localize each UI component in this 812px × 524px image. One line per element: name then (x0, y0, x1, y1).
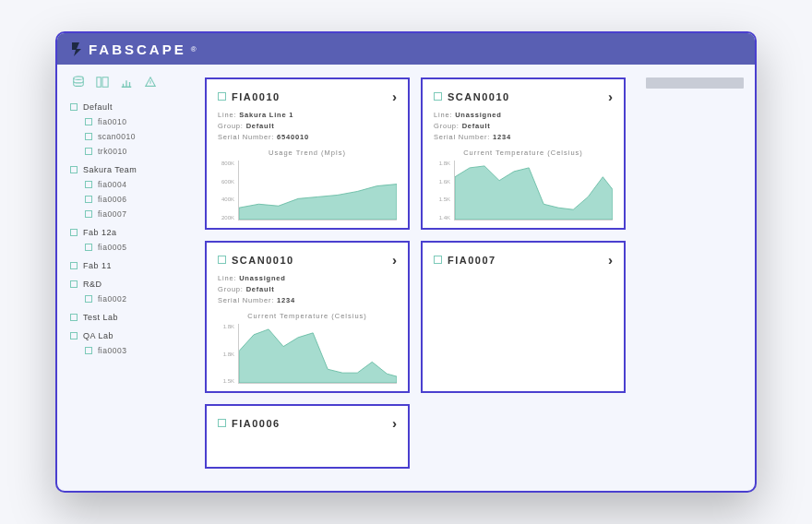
panels-icon[interactable] (96, 76, 109, 89)
tree-item[interactable]: fia0006 (70, 192, 188, 207)
checkbox-icon[interactable] (85, 181, 92, 188)
device-card[interactable]: FIA0006› (205, 404, 410, 469)
checkbox-icon[interactable] (85, 148, 92, 155)
checkbox-icon[interactable] (85, 347, 92, 354)
tree-item[interactable]: fia0002 (70, 292, 188, 306)
svg-rect-1 (97, 77, 101, 88)
chevron-right-icon[interactable]: › (392, 89, 397, 104)
card-header: FIA0007› (434, 252, 613, 268)
tree-item[interactable]: fia0010 (70, 114, 188, 129)
checkbox-icon[interactable] (70, 332, 78, 339)
y-tick: 600K (218, 179, 234, 185)
tree-item[interactable]: fia0005 (70, 240, 188, 255)
checkbox-icon[interactable] (434, 256, 442, 264)
checkbox-icon[interactable] (85, 244, 92, 251)
checkbox-icon[interactable] (70, 262, 78, 269)
brand-name: FABSCAPE (89, 42, 186, 57)
svg-rect-2 (102, 77, 108, 88)
checkbox-icon[interactable] (85, 133, 92, 140)
chevron-right-icon[interactable]: › (608, 89, 613, 104)
y-tick: 1.5K (218, 378, 234, 384)
svg-point-0 (74, 77, 84, 80)
card-meta: Line: UnassignedGroup: DefaultSerial Num… (434, 110, 613, 143)
checkbox-icon[interactable] (70, 166, 78, 173)
checkbox-icon[interactable] (85, 196, 92, 203)
tree-item-label: fia0003 (98, 346, 126, 355)
chart-title: Current Temperature (Celsius) (434, 149, 613, 157)
app-window: FABSCAPE ® Defaultfia0010scan0010trk0010… (55, 31, 757, 493)
tree-item[interactable]: trk0010 (70, 144, 188, 159)
device-card[interactable]: SCAN0010›Line: UnassignedGroup: DefaultS… (421, 77, 626, 230)
sidebar: Defaultfia0010scan0010trk0010Sakura Team… (57, 65, 196, 491)
titlebar: FABSCAPE ® (57, 33, 755, 65)
tree-group-header[interactable]: Fab 12a (70, 225, 188, 240)
plot-area (238, 161, 397, 220)
meta-group-label: Group: (218, 122, 244, 130)
tree-group-label: QA Lab (83, 331, 113, 340)
tree-item-label: fia0002 (98, 294, 126, 304)
tree-group-header[interactable]: Fab 11 (70, 258, 188, 273)
y-axis: 1.8K1.8K1.5K (218, 324, 238, 384)
tree-group-header[interactable]: R&D (70, 277, 188, 292)
y-tick: 1.5K (434, 196, 450, 202)
chart-icon[interactable] (120, 76, 133, 89)
tree-group-label: Sakura Team (83, 165, 137, 174)
tree-group-label: Fab 11 (83, 261, 112, 270)
checkbox-icon[interactable] (70, 229, 78, 236)
meta-line-label: Line: (218, 111, 236, 119)
plot-area (454, 161, 613, 220)
database-icon[interactable] (72, 76, 85, 89)
chevron-right-icon[interactable]: › (392, 252, 397, 268)
checkbox-icon[interactable] (85, 210, 92, 218)
meta-line-label: Line: (434, 111, 452, 119)
card-meta: Line: Sakura Line 1Group: DefaultSerial … (218, 110, 397, 143)
tree-item[interactable]: scan0010 (70, 129, 188, 144)
checkbox-icon[interactable] (70, 103, 78, 111)
tree-group-header[interactable]: Sakura Team (70, 162, 188, 177)
right-panel (635, 65, 755, 491)
device-card[interactable]: FIA0010›Line: Sakura Line 1Group: Defaul… (205, 77, 410, 230)
checkbox-icon[interactable] (218, 419, 226, 427)
checkbox-icon[interactable] (434, 92, 442, 101)
meta-group-label: Group: (434, 122, 460, 130)
tree-item-label: fia0007 (98, 209, 126, 219)
meta-line-value: Unassigned (455, 111, 502, 119)
tree-item-label: fia0004 (98, 180, 126, 189)
chevron-right-icon[interactable]: › (392, 415, 397, 431)
chevron-right-icon[interactable]: › (608, 252, 613, 268)
tree-item-label: trk0010 (98, 147, 127, 156)
meta-group-value: Default (246, 285, 275, 293)
meta-line-value: Sakura Line 1 (239, 111, 293, 119)
alert-icon[interactable] (144, 76, 157, 89)
checkbox-icon[interactable] (218, 256, 226, 264)
tree-item[interactable]: fia0004 (70, 177, 188, 192)
chart: 1.8K1.8K1.5K (218, 324, 397, 384)
card-header: SCAN0010› (434, 89, 613, 104)
tree-item[interactable]: fia0007 (70, 207, 188, 221)
brand-registered: ® (191, 45, 197, 54)
tree-item[interactable]: fia0003 (70, 343, 188, 358)
tree-group-header[interactable]: Default (70, 100, 188, 114)
tree-group-header[interactable]: Test Lab (70, 310, 188, 325)
checkbox-icon[interactable] (70, 314, 78, 321)
right-panel-placeholder (646, 77, 744, 89)
meta-serial-value: 1234 (493, 133, 511, 141)
checkbox-icon[interactable] (218, 92, 226, 101)
checkbox-icon[interactable] (85, 295, 92, 303)
meta-serial-value: 6540010 (277, 133, 309, 141)
tree-group: Defaultfia0010scan0010trk0010 (70, 100, 188, 159)
device-card[interactable]: SCAN0010›Line: UnassignedGroup: DefaultS… (205, 241, 410, 393)
tree-group-header[interactable]: QA Lab (70, 328, 188, 343)
checkbox-icon[interactable] (70, 280, 78, 288)
meta-serial-label: Serial Number: (218, 296, 274, 304)
device-card[interactable]: FIA0007› (421, 241, 626, 393)
card-title: FIA0007 (448, 255, 603, 266)
tree-group: R&Dfia0002 (70, 277, 188, 306)
checkbox-icon[interactable] (85, 118, 92, 125)
app-body: Defaultfia0010scan0010trk0010Sakura Team… (57, 65, 755, 491)
tree-group: Test Lab (70, 310, 188, 325)
y-tick: 1.8K (218, 351, 234, 357)
y-tick: 1.8K (434, 161, 450, 166)
y-tick: 1.8K (218, 324, 234, 329)
tree-group: Fab 12afia0005 (70, 225, 188, 255)
